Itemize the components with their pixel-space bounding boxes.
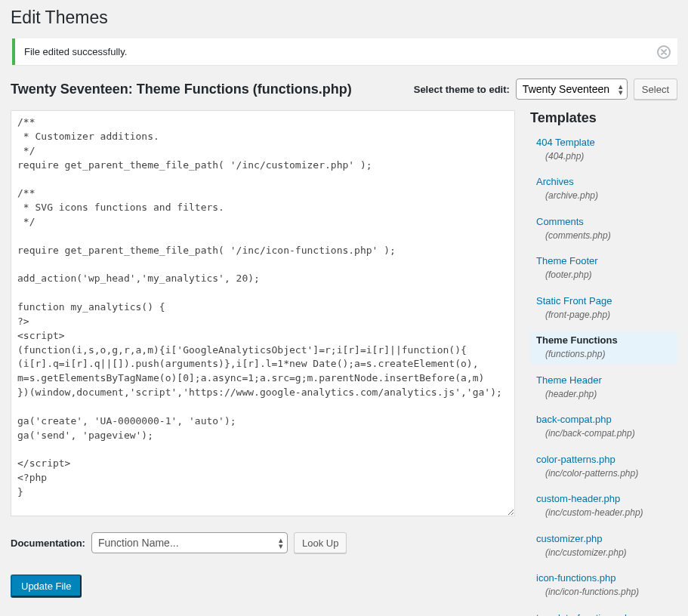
code-editor[interactable]: /** * Customizer additions. */ require g… [11, 110, 515, 516]
template-link[interactable]: Comments [536, 216, 584, 227]
template-item[interactable]: template-functions.php(inc/template-func… [530, 609, 677, 616]
templates-list: 404 Template(404.php)Archives(archive.ph… [530, 134, 677, 616]
template-item[interactable]: Theme Functions(functions.php) [530, 331, 677, 363]
template-item[interactable]: custom-header.php(inc/custom-header.php) [530, 490, 677, 522]
theme-select[interactable]: Twenty Seventeen [516, 79, 628, 100]
template-filename: (footer.php) [536, 270, 673, 282]
template-link[interactable]: custom-header.php [536, 493, 620, 504]
template-item[interactable]: Theme Header(header.php) [530, 371, 677, 403]
template-item[interactable]: Theme Footer(footer.php) [530, 252, 677, 284]
template-link[interactable]: Theme Footer [536, 255, 598, 266]
template-filename: (inc/icon-functions.php) [536, 587, 673, 599]
success-notice: File edited successfully. [12, 38, 677, 65]
template-filename: (inc/customizer.php) [536, 547, 673, 559]
notice-message: File edited successfully. [24, 46, 668, 57]
templates-heading: Templates [530, 110, 677, 126]
page-title: Edit Themes [11, 8, 677, 28]
template-item[interactable]: icon-functions.php(inc/icon-functions.ph… [530, 569, 677, 601]
lookup-button[interactable]: Look Up [294, 532, 347, 553]
file-heading: Twenty Seventeen: Theme Functions (funct… [11, 82, 352, 97]
template-filename: (header.php) [536, 389, 673, 401]
template-item[interactable]: Static Front Page(front-page.php) [530, 292, 677, 324]
template-link[interactable]: customizer.php [536, 533, 602, 544]
template-item[interactable]: back-compat.php(inc/back-compat.php) [530, 411, 677, 442]
documentation-label: Documentation: [11, 537, 85, 549]
documentation-select[interactable]: Function Name... [91, 532, 288, 553]
template-item[interactable]: Archives(archive.php) [530, 173, 677, 205]
template-filename: (archive.php) [536, 190, 673, 202]
template-item[interactable]: color-patterns.php(inc/color-patterns.ph… [530, 451, 677, 482]
close-icon [656, 45, 671, 60]
template-item[interactable]: Comments(comments.php) [530, 213, 677, 245]
template-link[interactable]: back-compat.php [536, 414, 612, 425]
template-filename: (comments.php) [536, 230, 673, 242]
template-link[interactable]: 404 Template [536, 137, 595, 148]
select-theme-button[interactable]: Select [634, 79, 677, 100]
template-filename: (inc/custom-header.php) [536, 507, 673, 519]
template-filename: (front-page.php) [536, 310, 673, 322]
template-item[interactable]: customizer.php(inc/customizer.php) [530, 530, 677, 562]
template-filename: (404.php) [536, 151, 673, 163]
theme-select-label: Select theme to edit: [414, 84, 510, 95]
template-link[interactable]: Theme Header [536, 374, 602, 386]
template-link[interactable]: Theme Functions [536, 334, 618, 346]
dismiss-notice-button[interactable] [656, 45, 671, 60]
template-filename: (functions.php) [536, 349, 673, 361]
template-link[interactable]: Static Front Page [536, 295, 612, 306]
template-item[interactable]: 404 Template(404.php) [530, 134, 677, 165]
template-link[interactable]: icon-functions.php [536, 572, 616, 584]
update-file-button[interactable]: Update File [11, 574, 82, 597]
template-link[interactable]: Archives [536, 176, 574, 187]
template-link[interactable]: template-functions.php [536, 612, 636, 616]
template-filename: (inc/color-patterns.php) [536, 468, 673, 480]
template-filename: (inc/back-compat.php) [536, 428, 673, 440]
template-link[interactable]: color-patterns.php [536, 454, 615, 465]
